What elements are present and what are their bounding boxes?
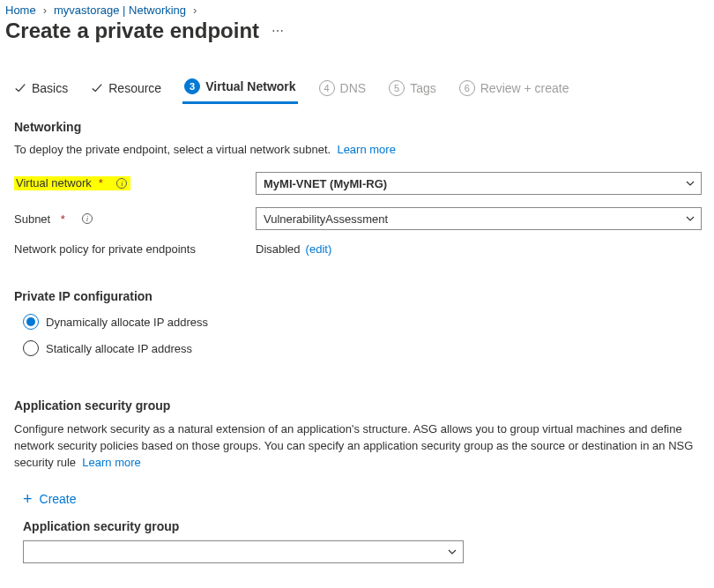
- network-policy-value: Disabled: [256, 242, 301, 256]
- breadcrumb-home[interactable]: Home: [5, 4, 36, 17]
- check-icon: [91, 82, 103, 94]
- chevron-right-icon: ›: [193, 4, 197, 17]
- section-asg: Application security group: [14, 398, 702, 413]
- step-number: 5: [389, 80, 405, 96]
- networking-help: To deploy the private endpoint, select a…: [14, 143, 702, 156]
- tab-vnet-label: Virtual Network: [205, 79, 295, 93]
- tab-dns-label: DNS: [340, 81, 367, 95]
- radio-icon: [23, 314, 39, 330]
- network-policy-label: Network policy for private endpoints: [14, 242, 254, 256]
- tab-basics[interactable]: Basics: [12, 76, 70, 102]
- info-icon[interactable]: i: [116, 178, 127, 189]
- chevron-down-icon: [447, 547, 457, 557]
- tab-review: 6 Review + create: [457, 75, 571, 103]
- step-number: 6: [459, 80, 475, 96]
- radio-icon: [23, 340, 39, 356]
- step-number: 3: [184, 78, 200, 94]
- subnet-select[interactable]: VulnerabilityAssessment: [256, 207, 702, 230]
- asg-create-button[interactable]: + Create: [23, 491, 77, 507]
- chevron-down-icon: [685, 213, 695, 224]
- tab-tags: 5 Tags: [387, 75, 438, 103]
- tab-tags-label: Tags: [410, 81, 436, 95]
- breadcrumb-resource[interactable]: myvastorage | Networking: [54, 4, 186, 17]
- tab-virtual-network[interactable]: 3 Virtual Network: [182, 73, 297, 104]
- virtual-network-label: Virtual network* i: [14, 176, 130, 190]
- radio-static-label: Statically allocate IP address: [46, 342, 192, 355]
- ip-config-radio-group: Dynamically allocate IP address Statical…: [23, 314, 702, 356]
- tab-basics-label: Basics: [32, 81, 68, 95]
- tab-resource-label: Resource: [108, 81, 161, 95]
- section-networking: Networking: [14, 120, 702, 134]
- networking-learn-more[interactable]: Learn more: [337, 143, 395, 156]
- virtual-network-select[interactable]: MyMI-VNET (MyMI-RG): [256, 172, 702, 195]
- wizard-tabs: Basics Resource 3 Virtual Network 4 DNS …: [5, 73, 709, 104]
- tab-review-label: Review + create: [480, 81, 569, 95]
- asg-select[interactable]: [23, 540, 464, 563]
- plus-icon: +: [23, 491, 33, 507]
- breadcrumb: Home › myvastorage | Networking ›: [5, 4, 709, 17]
- asg-subheading: Application security group: [23, 519, 702, 533]
- tab-dns: 4 DNS: [317, 75, 368, 103]
- section-ip-config: Private IP configuration: [14, 289, 702, 303]
- more-icon[interactable]: ⋯: [271, 24, 286, 38]
- page-title: Create a private endpoint ⋯: [5, 19, 709, 43]
- radio-static-ip[interactable]: Statically allocate IP address: [23, 340, 702, 356]
- network-policy-edit[interactable]: (edit): [306, 242, 332, 256]
- subnet-label: Subnet * i: [14, 212, 254, 226]
- info-icon[interactable]: i: [82, 213, 93, 224]
- check-icon: [14, 82, 26, 94]
- chevron-down-icon: [685, 178, 695, 189]
- tab-resource[interactable]: Resource: [89, 76, 163, 102]
- radio-dynamic-label: Dynamically allocate IP address: [46, 316, 208, 329]
- step-number: 4: [319, 80, 335, 96]
- radio-dynamic-ip[interactable]: Dynamically allocate IP address: [23, 314, 702, 330]
- asg-description: Configure network security as a natural …: [14, 421, 702, 472]
- asg-learn-more[interactable]: Learn more: [82, 456, 140, 469]
- chevron-right-icon: ›: [43, 4, 47, 17]
